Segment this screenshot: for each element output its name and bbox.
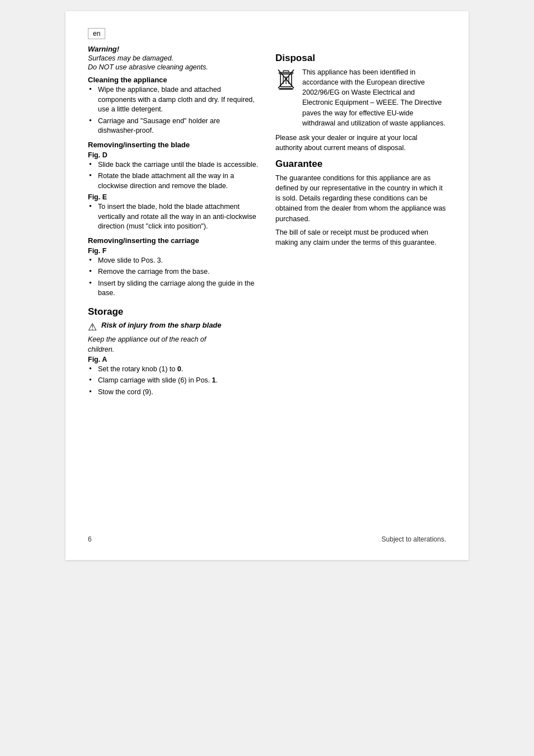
fig-f-label: Fig. F — [88, 247, 259, 255]
fig-a-label: Fig. A — [88, 356, 259, 363]
fig-e-label: Fig. E — [88, 193, 259, 201]
warning-line-1: Surfaces may be damaged. — [88, 54, 259, 62]
svg-rect-8 — [279, 88, 293, 90]
guarantee-title: Guarantee — [275, 158, 446, 170]
removing-carriage-heading: Removing/inserting the carriage — [88, 236, 259, 245]
fig-e-list: To insert the blade, hold the blade atta… — [88, 202, 259, 232]
removing-blade-heading: Removing/inserting the blade — [88, 141, 259, 149]
list-item: Clamp carriage with slide (6) in Pos. 1. — [88, 376, 259, 386]
document-page: en Warning! Surfaces may be damaged. Do … — [65, 11, 469, 560]
right-column: Disposal This appliance has been i — [275, 45, 446, 399]
list-item: Wipe the appliance, blade and attached c… — [88, 85, 259, 115]
disposal-box: This appliance has been identified in ac… — [275, 67, 446, 128]
cleaning-heading: Cleaning the appliance — [88, 76, 259, 84]
warning-line-2: Do NOT use abrasive cleaning agents. — [88, 63, 259, 71]
risk-warning-text: Risk of injury from the sharp blade — [101, 321, 222, 329]
list-item: Remove the carriage from the base. — [88, 267, 259, 277]
weee-icon — [275, 68, 297, 90]
list-item: Stow the cord (9). — [88, 388, 259, 398]
list-item: Rotate the blade attachment all the way … — [88, 171, 259, 191]
svg-rect-2 — [283, 71, 289, 72]
two-column-layout: Warning! Surfaces may be damaged. Do NOT… — [88, 45, 446, 399]
guarantee-p1: The guarantee conditions for this applia… — [275, 173, 446, 224]
list-item: To insert the blade, hold the blade atta… — [88, 202, 259, 232]
list-item: Set the rotary knob (1) to 0. — [88, 365, 259, 375]
guarantee-p2: The bill of sale or receipt must be prod… — [275, 227, 446, 248]
fig-d-list: Slide back the carriage until the blade … — [88, 160, 259, 192]
left-column: Warning! Surfaces may be damaged. Do NOT… — [88, 45, 259, 399]
warning-title: Warning! — [88, 45, 259, 53]
list-item: Carriage and "Sausage end" holder are di… — [88, 116, 259, 136]
list-item: Move slide to Pos. 3. — [88, 256, 259, 266]
footer-note: Subject to alterations. — [382, 535, 446, 543]
list-item: Insert by sliding the carriage along the… — [88, 279, 259, 298]
keep-text-line-1: Keep the appliance out of the reach of — [88, 335, 259, 343]
risk-warning-box: ⚠ Risk of injury from the sharp blade — [88, 321, 259, 333]
fig-f-list: Move slide to Pos. 3. Remove the carriag… — [88, 256, 259, 298]
fig-d-label: Fig. D — [88, 151, 259, 159]
fig-a-list: Set the rotary knob (1) to 0. Clamp carr… — [88, 365, 259, 398]
warning-triangle-icon: ⚠ — [88, 321, 97, 333]
keep-text-line-2: children. — [88, 346, 259, 353]
disposal-note: Please ask your dealer or inquire at you… — [275, 133, 446, 153]
storage-title: Storage — [88, 306, 259, 318]
cleaning-list: Wipe the appliance, blade and attached c… — [88, 85, 259, 136]
list-item: Slide back the carriage until the blade … — [88, 160, 259, 170]
language-label: en — [88, 28, 105, 39]
disposal-title: Disposal — [275, 53, 446, 64]
disposal-body: This appliance has been identified in ac… — [302, 67, 446, 128]
page-number: 6 — [88, 535, 92, 543]
